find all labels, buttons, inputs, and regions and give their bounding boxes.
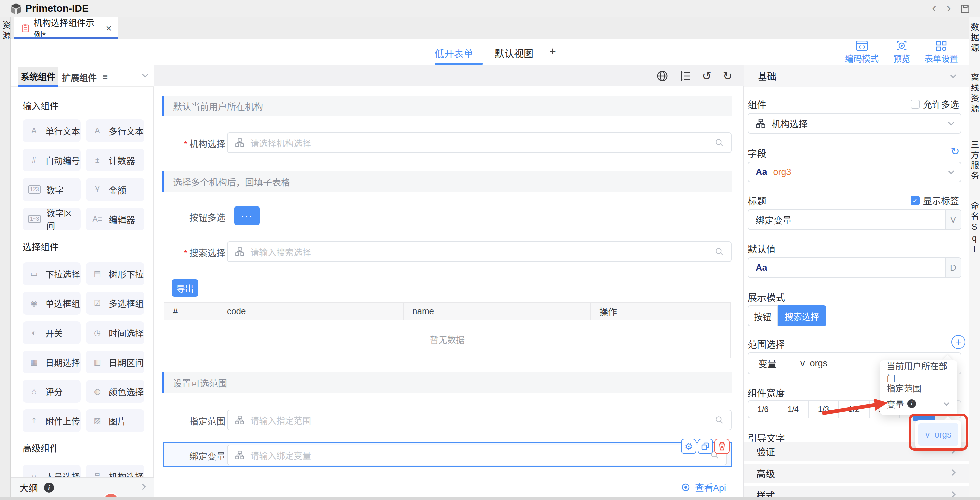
button-multi-select-button[interactable]: ··· <box>234 206 260 225</box>
copy-icon <box>701 442 709 450</box>
default-value-toggle[interactable]: D <box>945 258 961 277</box>
chevron-right-icon <box>949 469 955 475</box>
show-label-checkbox[interactable]: ✓ 显示标签 <box>911 194 959 207</box>
export-button[interactable]: 导出 <box>172 280 198 297</box>
org-tree-icon <box>235 450 244 460</box>
component-item-rating[interactable]: ☆ 评分 <box>23 380 81 403</box>
form-settings-button[interactable]: 表单设置 <box>924 41 958 64</box>
component-item-time-picker[interactable]: ◷ 时间选择 <box>86 321 144 344</box>
add-range-button[interactable]: + <box>951 335 965 349</box>
component-type-select[interactable]: 机构选择 <box>748 113 961 134</box>
bind-variable-placeholder: 请输入绑定变量 <box>250 449 704 461</box>
undo-icon[interactable]: ↺ <box>702 70 712 81</box>
chevron-down-icon <box>948 168 954 174</box>
component-item-amount[interactable]: ¥ 金额 <box>86 178 144 201</box>
component-list-icon[interactable]: ≡ <box>103 72 108 82</box>
search-select-input[interactable]: 请输入搜索选择 <box>227 241 732 262</box>
component-item-single-text[interactable]: A 单行文本 <box>23 119 81 142</box>
right-rail-tab-thirdparty[interactable]: 三方服务 <box>969 128 980 194</box>
title-input[interactable]: 绑定变量 V <box>748 209 961 230</box>
multi-text-icon: A <box>91 126 103 135</box>
component-item-auto-number[interactable]: # 自动编号 <box>23 149 81 171</box>
left-rail-tab-resources[interactable]: 资源 <box>1 21 11 42</box>
component-item-image[interactable]: ▨ 图片 <box>86 409 144 432</box>
component-item-date-picker[interactable]: ▦ 日期选择 <box>23 351 81 373</box>
org-tree-icon <box>235 138 244 147</box>
form-section-header[interactable]: 设置可选范围 <box>162 372 732 393</box>
component-item-editor[interactable]: A≡ 编辑器 <box>86 208 144 230</box>
width-option[interactable]: 1/4 <box>778 400 809 419</box>
component-settings-button[interactable]: ⚙ <box>681 439 696 454</box>
tree-dropdown-icon: ▤ <box>91 269 103 278</box>
component-item-attachment-upload[interactable]: ↥ 附件上传 <box>23 409 81 432</box>
dropdown-option-current-dept[interactable]: 当前用户所在部门 <box>880 364 957 380</box>
mode-option-search-select-active[interactable]: 搜索选择 <box>778 305 826 326</box>
title-variable-toggle[interactable]: V <box>945 210 961 229</box>
component-item-radio-group[interactable]: ◉ 单选框组 <box>23 292 81 315</box>
image-icon: ▨ <box>91 417 103 425</box>
checkbox-checked[interactable]: ✓ <box>911 196 920 205</box>
outline-bar[interactable]: 大纲 i <box>11 477 154 497</box>
component-item-checkbox-group[interactable]: ☑ 多选框组 <box>86 292 144 315</box>
width-option[interactable]: 1/6 <box>748 400 778 419</box>
component-delete-button[interactable] <box>714 439 730 454</box>
basic-section-header[interactable]: 基础 <box>745 65 969 87</box>
component-item-number-range[interactable]: 1~3 数字区间 <box>23 208 81 230</box>
outline-tree-icon[interactable] <box>679 70 690 81</box>
assigned-range-input[interactable]: 请输入指定范围 <box>227 410 732 430</box>
component-item-counter[interactable]: ± 计数器 <box>86 149 144 171</box>
tab-extension-components[interactable]: 扩展组件 <box>62 71 97 83</box>
form-section-header[interactable]: 默认当前用户所在机构 <box>162 96 732 116</box>
allow-multi-checkbox[interactable]: 允许多选 <box>911 97 959 111</box>
preview-button[interactable]: 预览 <box>893 41 910 64</box>
component-copy-button[interactable] <box>698 439 713 454</box>
outline-info-icon: i <box>44 482 54 493</box>
section-title-select-components: 选择组件 <box>23 240 59 253</box>
org-select-input[interactable]: 请选择机构选择 <box>227 133 732 153</box>
preview-eye-icon <box>896 41 908 51</box>
range-row-value: v_orgs <box>800 358 827 369</box>
tab-system-components[interactable]: 系统组件 <box>18 67 59 85</box>
component-item-date-range[interactable]: ▥ 日期区间 <box>86 351 144 373</box>
refresh-icon[interactable]: ↻ <box>951 145 959 158</box>
file-tab-close-icon[interactable]: × <box>106 23 112 34</box>
amount-icon: ¥ <box>91 185 103 194</box>
component-item-color-picker[interactable]: ◍ 颜色选择 <box>86 380 144 403</box>
view-tab-lowcode-form[interactable]: 低开表单 <box>434 46 473 60</box>
default-value-input[interactable]: Aa D <box>748 257 961 278</box>
redo-icon[interactable]: ↻ <box>723 70 733 81</box>
i18n-globe-icon[interactable] <box>657 70 668 81</box>
accordion-advanced[interactable]: 高级 <box>745 464 969 482</box>
right-rail-tab-namedsql[interactable]: 命名Sql <box>969 194 980 263</box>
chevron-right-icon <box>949 491 955 497</box>
annotation-arrow <box>818 396 898 419</box>
single-text-icon: A <box>28 126 40 135</box>
component-item-switch[interactable]: ◐ 开关 <box>23 321 81 344</box>
checkbox-unchecked[interactable] <box>911 100 920 109</box>
view-api-link[interactable]: 查看Api <box>680 481 726 494</box>
field-select[interactable]: Aa org3 <box>748 162 961 182</box>
nav-back-icon[interactable]: ‹ <box>932 2 936 14</box>
save-icon[interactable] <box>960 3 970 14</box>
component-item-number[interactable]: 123 数字 <box>23 178 81 201</box>
code-mode-button[interactable]: 编码模式 <box>845 41 878 64</box>
file-tab[interactable]: 机构选择组件示例* × <box>14 18 118 40</box>
add-view-tab-button[interactable]: + <box>549 45 556 58</box>
form-file-icon <box>22 24 29 33</box>
right-rail-tab-offline[interactable]: 离线资源 <box>969 59 980 128</box>
view-tab-default-view[interactable]: 默认视图 <box>495 46 533 60</box>
bind-variable-input[interactable]: 请输入绑定变量 <box>227 444 727 465</box>
component-item-multi-text[interactable]: A 多行文本 <box>86 119 144 142</box>
assigned-range-field-label: 指定范围 <box>154 414 225 428</box>
display-mode-property-label: 展示模式 <box>748 291 785 304</box>
component-item-tree-dropdown[interactable]: ▤ 树形下拉 <box>86 262 144 285</box>
nav-forward-icon[interactable]: › <box>947 2 951 14</box>
upload-icon: ↥ <box>28 417 40 425</box>
field-property-label: 字段 <box>748 146 766 160</box>
right-rail-tab-datasource[interactable]: 数据源 <box>969 18 980 59</box>
outline-expand-chevron-icon[interactable] <box>140 484 146 490</box>
mode-option-button[interactable]: 按钮 <box>748 305 778 326</box>
table-header-code: code <box>218 302 404 320</box>
form-section-header[interactable]: 选择多个机构后，回填子表格 <box>162 171 732 192</box>
component-item-dropdown[interactable]: ▭ 下拉选择 <box>23 262 81 285</box>
